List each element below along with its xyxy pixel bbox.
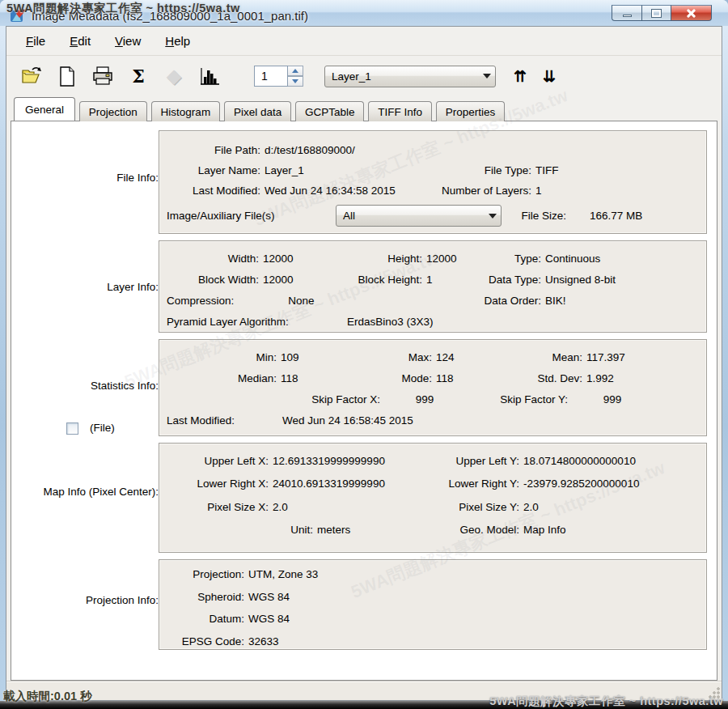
unit-label: Unit: [159, 522, 317, 538]
sort-descending-button[interactable]: ⇊ [543, 69, 554, 84]
width-row: Width:12000Height:12000Type:Continuous [159, 251, 705, 267]
compression-row: Compression:NoneData Order:BIK! [159, 293, 705, 309]
statistics-file-checkbox[interactable] [66, 422, 78, 435]
file-size-value: 166.77 MB [590, 208, 642, 224]
datum-label: Datum: [159, 611, 248, 627]
layer-dropdown[interactable]: Layer_1 [324, 66, 496, 87]
max-label: Max: [358, 350, 436, 366]
projection-info-group: Projection:UTM, Zone 33 Spheroid:WGS 84 … [159, 559, 707, 650]
histogram-button[interactable] [197, 64, 222, 88]
file-info-group: File Path:d:/test/168809000/ Layer Name:… [159, 130, 707, 234]
print-button[interactable] [91, 64, 115, 88]
layer-number-input[interactable]: 1 [254, 66, 288, 87]
stats-last-modified-row: Last Modified:Wed Jun 24 16:58:45 2015 [159, 413, 705, 429]
aux-files-dropdown[interactable]: All [336, 205, 502, 227]
pixel-size-x-value: 2.0 [273, 499, 442, 516]
menu-help[interactable]: Help [155, 29, 200, 53]
tab-gcptable[interactable]: GCPTable [295, 101, 365, 121]
watermark-status: 載入時間:0.01 秒 [3, 689, 92, 704]
sort-ascending-button[interactable]: ⇈ [514, 69, 525, 84]
epsg-label: EPSG Code: [159, 634, 248, 650]
minimize-button[interactable] [612, 5, 641, 21]
upper-left-y-value: 18.0714800000000010 [523, 453, 636, 469]
pixel-size-x-label: Pixel Size X: [159, 499, 273, 516]
lower-right-x-value: 24010.6913319999990 [273, 476, 442, 492]
map-info-group: Upper Left X:12.6913319999999990Upper Le… [159, 443, 707, 553]
maximize-icon [652, 10, 661, 17]
width-label: Width: [159, 251, 263, 267]
menu-bar: File Edit View Help [6, 27, 722, 56]
map-info-label: Map Info (Pixel Center): [15, 486, 159, 498]
tab-tiff-info[interactable]: TIFF Info [368, 101, 432, 121]
num-layers-value: 1 [535, 183, 542, 199]
spinner-up-button[interactable] [288, 66, 303, 76]
data-type-value: Unsigned 8-bit [545, 272, 616, 288]
mode-value: 118 [436, 371, 509, 387]
histogram-icon [199, 66, 220, 86]
tab-strip: General Projection Histogram Pixel data … [6, 96, 722, 121]
tab-histogram[interactable]: Histogram [151, 101, 221, 121]
spheroid-row: Spheroid:WGS 84 [159, 589, 705, 605]
file-last-modified-value: Wed Jun 24 16:34:58 2015 [265, 183, 434, 199]
datum-row: Datum:WGS 84 [159, 611, 705, 627]
aux-files-row: Image/Auxiliary File(s) All File Size: 1… [159, 208, 705, 224]
spinner-down-icon [292, 79, 298, 83]
upper-left-row: Upper Left X:12.6913319999999990Upper Le… [159, 453, 705, 469]
chevron-down-icon [483, 74, 491, 79]
geo-model-label: Geo. Model: [442, 522, 523, 538]
min-max-mean-row: Min:109Max:124Mean:117.397 [159, 350, 705, 366]
file-info-label: File Info: [15, 172, 159, 184]
menu-view[interactable]: View [105, 29, 150, 53]
pixel-size-y-label: Pixel Size Y: [442, 499, 523, 516]
spinner-down-button[interactable] [288, 76, 303, 87]
pixel-size-y-value: 2.0 [523, 499, 539, 516]
maximize-button[interactable] [641, 5, 671, 21]
skip-factor-row: Skip Factor X:999Skip Factor Y:999 [159, 392, 705, 408]
toolbar: Σ ◆ 1 [6, 56, 722, 96]
new-document-button[interactable] [55, 64, 79, 88]
layer-info-label: Layer Info: [15, 281, 159, 293]
layer-number-spinner[interactable]: 1 [254, 66, 303, 87]
minimize-icon [623, 15, 632, 17]
aux-files-dropdown-arrow[interactable] [485, 206, 501, 226]
lower-right-row: Lower Right X:24010.6913319999990Lower R… [159, 476, 705, 492]
close-button[interactable] [671, 5, 712, 21]
file-type-value: TIFF [535, 163, 559, 179]
file-size-label: File Size: [507, 208, 570, 224]
tab-projection[interactable]: Projection [79, 101, 147, 121]
pyramid-row: Pyramid Layer Algorithm:ErdasBino3 (3X3) [159, 314, 705, 330]
lower-right-x-label: Lower Right X: [159, 476, 273, 492]
lower-right-y-value: -23979.9285200000010 [523, 476, 639, 492]
compression-value: None [263, 293, 340, 309]
median-value: 118 [281, 371, 358, 387]
pixel-size-row: Pixel Size X:2.0Pixel Size Y:2.0 [159, 499, 705, 516]
lower-right-y-label: Lower Right Y: [442, 476, 523, 492]
open-file-button[interactable] [19, 64, 44, 88]
tab-properties[interactable]: Properties [436, 101, 506, 121]
layer-dropdown-arrow[interactable] [479, 66, 495, 87]
open-file-icon [21, 66, 42, 86]
spinner-up-icon [292, 69, 298, 73]
sort-descending-icon: ⇊ [543, 68, 554, 85]
file-path-label: File Path: [159, 142, 265, 159]
watermark-bottom-right: 5WA問題解決專家工作室 ~ https://5wa.tw [489, 694, 723, 709]
tab-pixel-data[interactable]: Pixel data [224, 101, 291, 121]
pyramid-layers-button[interactable]: ◆ [162, 64, 186, 88]
watermark-top-left: 5WA問題解決專家工作室 ~ https://5wa.tw [6, 1, 240, 16]
data-type-label: Data Type: [489, 272, 545, 288]
chevron-down-icon [489, 214, 497, 219]
max-value: 124 [436, 350, 509, 366]
type-value: Continuous [545, 251, 600, 267]
tab-general[interactable]: General [14, 97, 75, 121]
projection-info-label: Projection Info: [15, 594, 159, 606]
height-label: Height: [340, 251, 426, 267]
statistics-info-label: Statistics Info: [15, 380, 159, 392]
menu-file[interactable]: File [16, 29, 55, 53]
sort-ascending-icon: ⇈ [514, 68, 525, 85]
new-document-icon [59, 66, 75, 87]
projection-label: Projection: [159, 567, 248, 583]
epsg-value: 32633 [248, 634, 279, 650]
menu-edit[interactable]: Edit [60, 29, 100, 53]
statistics-button[interactable]: Σ [126, 64, 150, 88]
layer-info-group: Width:12000Height:12000Type:Continuous B… [159, 240, 707, 333]
